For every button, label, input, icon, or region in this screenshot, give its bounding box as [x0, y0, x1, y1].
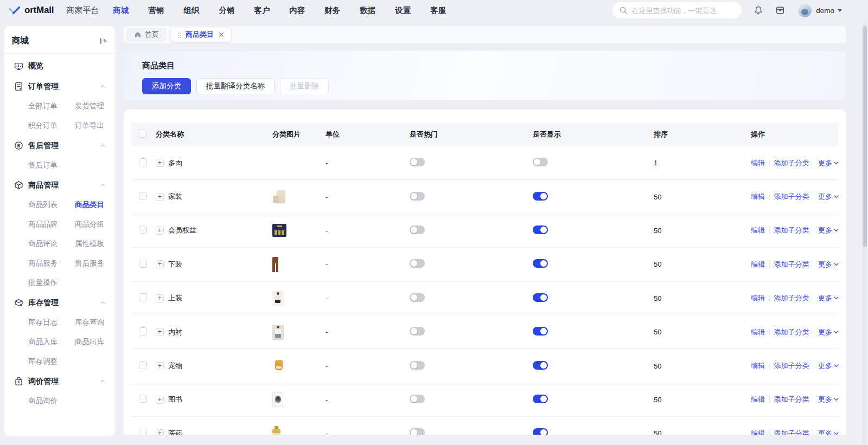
tab-home[interactable]: 首页: [126, 28, 167, 42]
batch-translate-button[interactable]: 批量翻译分类名称: [196, 78, 275, 94]
edit-link[interactable]: 编辑: [751, 192, 765, 202]
sidebar-item[interactable]: 批量操作: [28, 273, 75, 293]
topnav-item-support[interactable]: 客服: [430, 5, 446, 16]
more-link[interactable]: 更多: [818, 260, 839, 269]
close-icon[interactable]: ✕: [218, 31, 225, 38]
show-toggle[interactable]: [533, 225, 548, 234]
sidebar-group-inventory[interactable]: 库存管理: [7, 293, 110, 313]
hot-toggle[interactable]: [410, 361, 425, 370]
add-subcategory-link[interactable]: 添加子分类: [774, 192, 809, 202]
hot-toggle[interactable]: [410, 395, 425, 403]
username[interactable]: demo: [816, 7, 834, 15]
sidebar-item[interactable]: 订单导出: [75, 116, 110, 136]
scrollbar-track[interactable]: [863, 22, 867, 445]
sidebar-item[interactable]: 商品评论: [28, 234, 75, 254]
more-link[interactable]: 更多: [818, 361, 839, 371]
add-subcategory-link[interactable]: 添加子分类: [774, 260, 809, 269]
show-toggle[interactable]: [533, 158, 548, 166]
row-checkbox[interactable]: [139, 158, 147, 166]
sidebar-group-orders[interactable]: 订单管理: [7, 76, 110, 96]
add-subcategory-link[interactable]: 添加子分类: [774, 429, 809, 435]
more-link[interactable]: 更多: [818, 158, 839, 168]
sidebar-group-inquiry[interactable]: ¥ 询价管理: [7, 371, 110, 391]
sidebar-item[interactable]: 商品出库: [75, 332, 110, 352]
row-checkbox[interactable]: [139, 192, 147, 200]
topnav-item-content[interactable]: 内容: [289, 5, 305, 16]
show-toggle[interactable]: [533, 293, 548, 302]
topnav-item-finance[interactable]: 财务: [324, 5, 340, 16]
edit-link[interactable]: 编辑: [751, 327, 765, 337]
sidebar-item[interactable]: 商品分组: [75, 215, 110, 234]
row-checkbox[interactable]: [139, 327, 147, 336]
sidebar-item[interactable]: 库存查询: [75, 313, 110, 332]
sidebar-item[interactable]: 商品询价: [28, 391, 75, 411]
show-toggle[interactable]: [533, 428, 548, 435]
sidebar-item[interactable]: 售后订单: [28, 156, 75, 175]
expand-row-icon[interactable]: +: [156, 396, 164, 404]
edit-link[interactable]: 编辑: [751, 260, 765, 269]
topnav-item-marketing[interactable]: 营销: [148, 5, 164, 16]
more-link[interactable]: 更多: [818, 429, 839, 435]
sidebar-item[interactable]: 商品入库: [28, 332, 75, 352]
expand-row-icon[interactable]: +: [156, 227, 164, 235]
expand-row-icon[interactable]: +: [156, 193, 164, 201]
sidebar-group-aftersale[interactable]: 售 售后管理: [7, 136, 110, 156]
expand-row-icon[interactable]: +: [156, 260, 164, 268]
row-checkbox[interactable]: [139, 395, 147, 403]
scrollbar-thumb[interactable]: [863, 26, 867, 247]
sidebar-item-overview[interactable]: 概览: [7, 56, 110, 76]
hot-toggle[interactable]: [410, 192, 425, 201]
sidebar-item[interactable]: 库存日志: [28, 313, 75, 332]
topnav-item-customers[interactable]: 客户: [254, 5, 270, 16]
hot-toggle[interactable]: [410, 327, 425, 336]
row-checkbox[interactable]: [139, 260, 147, 268]
show-toggle[interactable]: [533, 259, 548, 268]
hot-toggle[interactable]: [410, 428, 425, 435]
tab-product-category[interactable]: 商品类目 ✕: [171, 28, 231, 42]
topnav-item-org[interactable]: 组织: [183, 5, 199, 16]
sidebar-item[interactable]: 发货管理: [75, 96, 110, 116]
show-toggle[interactable]: [533, 192, 548, 201]
sidebar-item[interactable]: 售后服务: [75, 254, 110, 273]
edit-link[interactable]: 编辑: [751, 225, 765, 235]
search-input[interactable]: [612, 2, 742, 18]
edit-link[interactable]: 编辑: [751, 429, 765, 435]
show-toggle[interactable]: [533, 395, 548, 403]
more-link[interactable]: 更多: [818, 225, 839, 235]
add-subcategory-link[interactable]: 添加子分类: [774, 293, 809, 303]
user-menu-caret-icon[interactable]: [838, 9, 842, 12]
show-toggle[interactable]: [533, 327, 548, 336]
row-checkbox[interactable]: [139, 293, 147, 301]
sidebar-item[interactable]: 商品列表: [28, 195, 75, 215]
avatar[interactable]: [798, 4, 812, 17]
expand-row-icon[interactable]: +: [156, 294, 164, 302]
expand-row-icon[interactable]: +: [156, 362, 164, 370]
edit-link[interactable]: 编辑: [751, 395, 765, 404]
hot-toggle[interactable]: [410, 225, 425, 234]
hot-toggle[interactable]: [410, 293, 425, 302]
notifications-button[interactable]: [754, 5, 763, 15]
more-link[interactable]: 更多: [818, 293, 839, 303]
sidebar-item[interactable]: 积分订单: [28, 116, 75, 136]
add-subcategory-link[interactable]: 添加子分类: [774, 327, 809, 337]
edit-link[interactable]: 编辑: [751, 293, 765, 303]
sidebar-group-products[interactable]: 商品管理: [7, 175, 110, 195]
topnav-item-data[interactable]: 数据: [360, 5, 375, 16]
hot-toggle[interactable]: [410, 259, 425, 268]
more-link[interactable]: 更多: [818, 395, 839, 404]
hot-toggle[interactable]: [410, 158, 425, 166]
add-subcategory-link[interactable]: 添加子分类: [774, 225, 809, 235]
shop-button[interactable]: [775, 5, 785, 15]
sidebar-item[interactable]: 属性模板: [75, 234, 110, 254]
row-checkbox[interactable]: [139, 429, 147, 435]
row-checkbox[interactable]: [139, 361, 147, 369]
topnav-item-mall[interactable]: 商城: [113, 5, 129, 16]
sidebar-item[interactable]: 商品服务: [28, 254, 75, 273]
select-all-checkbox[interactable]: [139, 130, 147, 138]
edit-link[interactable]: 编辑: [751, 158, 765, 168]
sidebar-item-product-category[interactable]: 商品类目: [75, 195, 110, 215]
expand-row-icon[interactable]: +: [156, 429, 164, 435]
sidebar-item[interactable]: 商品品牌: [28, 215, 75, 234]
add-category-button[interactable]: 添加分类: [142, 78, 191, 94]
add-subcategory-link[interactable]: 添加子分类: [774, 158, 809, 168]
